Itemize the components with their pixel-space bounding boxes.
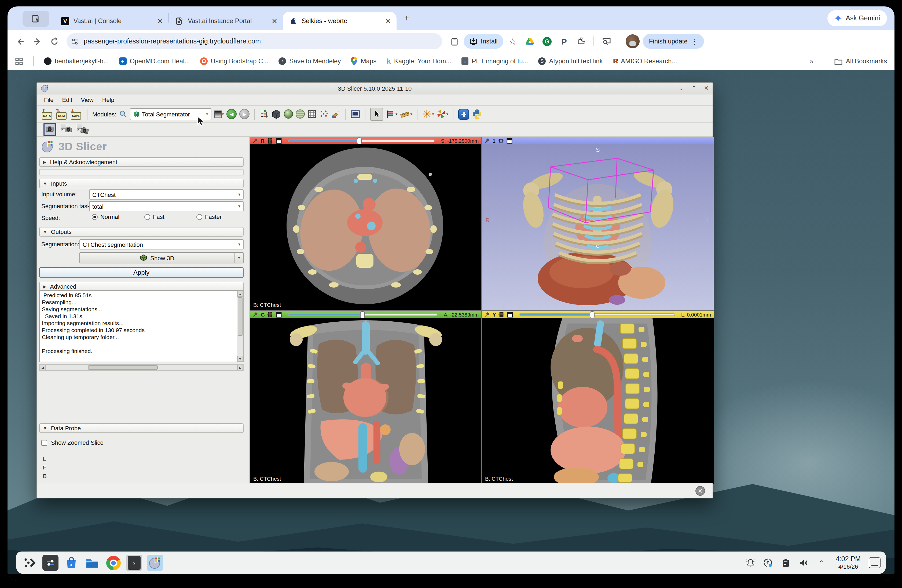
apps-grid-icon[interactable]	[15, 57, 23, 65]
bookmark-item[interactable]: R AMIGO Research...	[613, 58, 677, 65]
grammarly-icon[interactable]: G	[539, 33, 555, 49]
tab-vast-console[interactable]: V Vast.ai | Console ✕	[55, 12, 169, 30]
slicer-titlebar[interactable]: 3D Slicer 5.10.0-2025-11-10 ⌄ ⌃ ✕	[37, 83, 713, 94]
python-console-icon[interactable]	[472, 109, 482, 119]
drive-icon[interactable]	[522, 33, 538, 49]
extensions-manager-icon[interactable]	[458, 109, 469, 119]
models-module-icon[interactable]	[296, 109, 305, 119]
modules-back-button[interactable]: ◀	[226, 109, 236, 119]
app-launcher-icon[interactable]	[22, 555, 38, 571]
bookmark-item[interactable]: benbalter/jekyll-b...	[44, 58, 109, 65]
module-search-icon[interactable]	[119, 110, 127, 118]
extensions-puzzle-icon[interactable]	[573, 33, 589, 49]
clipboard-icon[interactable]	[446, 33, 462, 49]
show-3d-dropdown[interactable]: ▾	[235, 253, 243, 263]
coronal-ct-image[interactable]	[250, 318, 481, 484]
reload-button[interactable]	[46, 33, 62, 49]
mouse-interaction-icon[interactable]	[370, 108, 383, 120]
tab-close-icon[interactable]: ✕	[385, 17, 391, 25]
segmentation-task-combobox[interactable]: total▾	[89, 201, 244, 211]
module-finder-icon[interactable]	[260, 109, 269, 119]
help-acknowledgement-section[interactable]: ▶Help & Acknowledgement	[39, 157, 244, 167]
apply-button[interactable]: Apply	[39, 267, 244, 278]
green-slice-view[interactable]: G A: -22.5383mm	[250, 311, 481, 484]
outputs-section-header[interactable]: ▼Outputs	[39, 227, 244, 236]
minimize-icon[interactable]: ⌄	[679, 85, 684, 92]
scene-view-capture-button[interactable]	[61, 124, 72, 135]
speed-normal-radio[interactable]: Normal	[92, 214, 119, 220]
profile-avatar[interactable]	[626, 34, 640, 48]
red-view-header[interactable]: R S: -175.2500mm	[250, 137, 481, 144]
bookmark-item[interactable]: k Kaggle: Your Hom...	[387, 57, 451, 66]
volumes-module-icon[interactable]	[284, 109, 293, 119]
install-button[interactable]: Install	[464, 34, 504, 49]
module-selector-combobox[interactable]: Total Segmentator ▾	[130, 108, 211, 120]
load-dicom-button[interactable]: ⇅DCM	[56, 108, 67, 120]
save-button[interactable]: ⬇SAVE	[70, 108, 82, 120]
slice-slider[interactable]	[288, 139, 435, 142]
bookmarks-overflow-chevron[interactable]: »	[810, 57, 814, 66]
transforms-module-icon[interactable]	[307, 109, 316, 119]
tab-selkies-active[interactable]: Selkies - webrtc ✕	[283, 12, 396, 30]
pin-icon[interactable]	[253, 138, 258, 143]
data-module-icon[interactable]	[271, 109, 281, 119]
bookmark-item[interactable]: Using Bootstrap C...	[200, 58, 269, 65]
axial-ct-image[interactable]	[250, 144, 481, 310]
chrome-app-icon[interactable]	[105, 555, 121, 571]
segment-editor-icon[interactable]	[331, 109, 340, 119]
new-tab-button[interactable]: +	[404, 13, 409, 23]
pin-icon[interactable]	[253, 312, 258, 317]
screen-search-icon[interactable]	[598, 33, 615, 49]
show-3d-button[interactable]: Show 3D ▾	[80, 252, 244, 263]
log-vertical-scrollbar[interactable]: ▲ ▼	[236, 291, 243, 361]
ask-gemini-button[interactable]: Ask Gemini	[827, 10, 887, 26]
all-bookmarks-button[interactable]: All Bookmarks	[835, 58, 887, 65]
file-manager-icon[interactable]	[84, 555, 100, 571]
tab-vast-portal[interactable]: Vast.ai Instance Portal ✕	[169, 12, 283, 30]
three-d-view[interactable]: 1	[482, 137, 714, 310]
place-markups-icon[interactable]: ▾	[386, 108, 397, 120]
menu-help[interactable]: Help	[99, 95, 118, 104]
close-window-icon[interactable]: ✕	[704, 85, 709, 92]
visibility-grid-icon[interactable]	[499, 311, 505, 317]
tray-expand-chevron-icon[interactable]: ⌃	[815, 556, 828, 569]
tab-search-chip[interactable]	[22, 11, 49, 27]
updates-tray-icon[interactable]	[762, 556, 775, 569]
screenshot-capture-icon[interactable]	[351, 108, 360, 120]
view-menu-icon[interactable]	[276, 138, 282, 144]
site-settings-icon[interactable]	[71, 37, 79, 45]
bookmark-item[interactable]: › PET imaging of tu...	[462, 58, 528, 65]
bookmark-item[interactable]: Maps	[351, 57, 376, 66]
bookmark-item[interactable]: + OpenMD.com Heal...	[119, 58, 189, 65]
menu-view[interactable]: View	[77, 95, 97, 104]
show-desktop-button[interactable]	[869, 557, 880, 568]
sagittal-ct-image[interactable]	[482, 318, 714, 484]
pin-icon[interactable]	[484, 312, 490, 317]
volume-tray-icon[interactable]	[797, 556, 810, 569]
red-slice-view[interactable]: R S: -175.2500mm	[250, 137, 481, 310]
bookmark-item[interactable]: ◔ Save to Mendeley	[279, 58, 341, 65]
back-button[interactable]	[12, 33, 28, 49]
finish-update-button[interactable]: Finish update ⋮	[643, 34, 704, 49]
screen-capture-button[interactable]	[44, 123, 56, 136]
tab-close-icon[interactable]: ✕	[157, 17, 163, 25]
address-bar[interactable]: passenger-profession-representations-gig…	[67, 33, 442, 49]
taskbar-clock[interactable]: 4:02 PM 4/16/26	[836, 556, 861, 570]
slice-intersections-icon[interactable]: ▾	[437, 108, 448, 120]
visibility-grid-icon[interactable]	[268, 311, 273, 317]
yellow-slice-view[interactable]: Y L: 0.0001mm	[482, 311, 714, 484]
status-log[interactable]: Predicted in 85.51s Resampling... Saving…	[39, 290, 244, 362]
view-menu-icon[interactable]	[276, 311, 282, 317]
slice-slider[interactable]	[288, 313, 437, 316]
markups-module-icon[interactable]	[319, 109, 328, 119]
scene-view-restore-button[interactable]	[77, 124, 89, 136]
p-extension-icon[interactable]: P	[556, 33, 572, 49]
three-d-rendering[interactable]	[482, 144, 714, 310]
speed-faster-radio[interactable]: Faster	[196, 214, 222, 220]
center-view-icon[interactable]	[498, 138, 504, 144]
module-history-button[interactable]: ▾	[214, 108, 224, 120]
speed-fast-radio[interactable]: Fast	[144, 214, 164, 220]
tab-close-icon[interactable]: ✕	[271, 17, 277, 25]
slicer-taskbar-icon[interactable]	[147, 555, 163, 571]
three-d-view-header[interactable]: 1	[482, 137, 714, 144]
